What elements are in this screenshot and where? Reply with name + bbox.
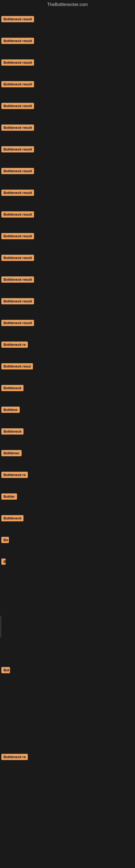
bottleneck-result-badge[interactable]: Bottleneck	[1, 385, 24, 391]
bottleneck-result-badge[interactable]: Bottleneck resul	[1, 363, 33, 369]
result-row	[0, 703, 135, 724]
bottleneck-result-badge[interactable]: Bottleneck result	[1, 103, 34, 109]
bottleneck-result-badge[interactable]: Bottleneck result	[1, 255, 34, 261]
site-title: TheBottlenecker.com	[0, 0, 135, 8]
bottleneck-result-badge[interactable]: Bottlene	[1, 407, 20, 413]
result-row: Bottleneck result	[0, 204, 135, 225]
result-row	[0, 789, 135, 811]
bottleneck-result-badge[interactable]: Bottleneck result	[1, 298, 34, 304]
result-row: Bottleneck result	[0, 247, 135, 269]
result-row	[0, 724, 135, 746]
bottleneck-result-badge[interactable]: Bottleneck result	[1, 16, 34, 22]
bottleneck-result-badge[interactable]: Bottleneck	[1, 428, 24, 435]
bottleneck-result-badge[interactable]: Bo	[1, 537, 9, 543]
result-row: Bottleneck resul	[0, 355, 135, 377]
bottleneck-result-badge[interactable]: Bottleneck result	[1, 59, 34, 66]
result-row: Bottleneck result	[0, 290, 135, 312]
bottleneck-result-badge[interactable]: Bot	[1, 667, 10, 673]
result-row: Bottleneck result	[0, 8, 135, 30]
result-row: Bot	[0, 659, 135, 681]
result-row: Bottleneck result	[0, 269, 135, 290]
result-row	[0, 616, 135, 638]
bottleneck-result-badge[interactable]: Bottleneck result	[1, 211, 34, 218]
bottleneck-result-badge[interactable]: B	[1, 558, 6, 565]
result-row: Bottleneck re	[0, 746, 135, 768]
result-row: Bottleneck result	[0, 138, 135, 160]
site-header: TheBottlenecker.com	[0, 0, 135, 8]
result-row: Bottler	[0, 486, 135, 507]
result-row	[0, 681, 135, 703]
result-row: B	[0, 551, 135, 572]
result-row: Bottleneck result	[0, 312, 135, 334]
result-row: Bottlenec	[0, 442, 135, 464]
result-row: Bottleneck result	[0, 95, 135, 117]
results-container: Bottleneck resultBottleneck resultBottle…	[0, 8, 135, 833]
bottleneck-result-badge[interactable]: Bottlenec	[1, 450, 21, 456]
bottleneck-result-badge[interactable]: Bottleneck result	[1, 320, 34, 326]
bottleneck-result-badge[interactable]: Bottleneck re	[1, 472, 28, 478]
result-row: Bottleneck result	[0, 182, 135, 204]
bottleneck-result-badge[interactable]: Bottleneck result	[1, 38, 34, 44]
bottleneck-result-badge[interactable]: Bottleneck result	[1, 276, 34, 283]
result-row: Bottleneck result	[0, 117, 135, 138]
result-row: Bottleneck	[0, 421, 135, 442]
bottleneck-result-badge[interactable]: Bottleneck re	[1, 754, 28, 760]
result-row: Bottleneck result	[0, 52, 135, 73]
bottleneck-result-badge[interactable]: Bottleneck result	[1, 124, 34, 131]
bottleneck-result-badge[interactable]: Bottleneck result	[1, 146, 34, 152]
result-row	[0, 594, 135, 616]
bottleneck-result-badge[interactable]: Bottleneck re	[1, 341, 28, 348]
bottleneck-result-badge[interactable]: Bottleneck result	[1, 233, 34, 239]
result-row	[0, 811, 135, 833]
bottleneck-result-badge[interactable]: Bottleneck result	[1, 190, 34, 196]
result-row: Bo	[0, 529, 135, 551]
result-row: Bottleneck re	[0, 464, 135, 486]
vertical-marker	[1, 616, 1, 638]
result-row: Bottleneck	[0, 507, 135, 529]
bottleneck-result-badge[interactable]: Bottler	[1, 493, 17, 500]
result-row: Bottleneck result	[0, 225, 135, 247]
result-row: Bottleneck result	[0, 30, 135, 52]
result-row: Bottleneck result	[0, 73, 135, 95]
bottleneck-result-badge[interactable]: Bottleneck result	[1, 168, 34, 174]
result-row: Bottleneck re	[0, 334, 135, 355]
result-row: Bottleneck	[0, 377, 135, 399]
result-row	[0, 572, 135, 594]
result-row: Bottleneck result	[0, 160, 135, 182]
result-row	[0, 768, 135, 789]
bottleneck-result-badge[interactable]: Bottleneck result	[1, 81, 34, 87]
result-row	[0, 638, 135, 659]
result-row: Bottlene	[0, 399, 135, 421]
bottleneck-result-badge[interactable]: Bottleneck	[1, 515, 24, 521]
